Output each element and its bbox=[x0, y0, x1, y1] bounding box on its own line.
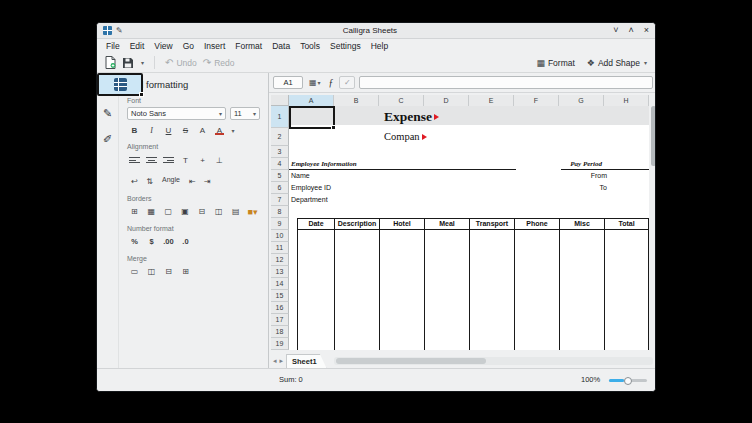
zoom-slider-handle[interactable] bbox=[624, 377, 632, 385]
employee-id-label[interactable]: Employee ID bbox=[291, 182, 331, 194]
bold-button[interactable]: B bbox=[127, 123, 142, 137]
border-bottom-button[interactable]: ▤ bbox=[228, 205, 243, 219]
valign-bottom-button[interactable]: ⊥ bbox=[212, 153, 227, 167]
indent-decrease-button[interactable]: ⇤ bbox=[185, 175, 200, 189]
cell-E19[interactable] bbox=[469, 124, 514, 125]
cell-B19[interactable] bbox=[334, 124, 379, 125]
increase-precision-button[interactable]: .00 bbox=[161, 235, 176, 249]
format-button[interactable]: ▦ Format bbox=[536, 58, 574, 68]
vertical-scrollbar[interactable] bbox=[650, 95, 656, 350]
row-header-17[interactable]: 17 bbox=[271, 314, 289, 326]
from-label[interactable]: From bbox=[557, 170, 607, 182]
font-color-button[interactable]: A bbox=[212, 123, 227, 137]
menu-view[interactable]: View bbox=[149, 39, 177, 53]
shape-edit-tool-button[interactable]: ✐ bbox=[98, 129, 118, 149]
align-center-icon[interactable] bbox=[144, 153, 159, 167]
redo-button[interactable]: ↷ Redo bbox=[203, 57, 235, 68]
column-header-F[interactable]: F bbox=[514, 95, 559, 106]
merge-vertical-button[interactable]: ⊟ bbox=[161, 265, 176, 279]
merge-cells-button[interactable]: ▭ bbox=[127, 265, 142, 279]
calligraphy-tool-button[interactable]: ✎ bbox=[98, 103, 118, 123]
cell-G19[interactable] bbox=[559, 124, 604, 125]
save-dropdown-icon[interactable]: ▾ bbox=[141, 59, 144, 66]
menu-help[interactable]: Help bbox=[366, 39, 393, 53]
row-header-10[interactable]: 10 bbox=[271, 230, 289, 242]
row-header-19[interactable]: 19 bbox=[271, 338, 289, 350]
row-header-5[interactable]: 5 bbox=[271, 170, 289, 182]
unmerge-button[interactable]: ⊞ bbox=[178, 265, 193, 279]
row-header-8[interactable]: 8 bbox=[271, 206, 289, 218]
strikethrough-button[interactable]: S bbox=[178, 123, 193, 137]
sheet-title-cell[interactable]: Expense bbox=[384, 106, 439, 128]
save-button[interactable] bbox=[122, 57, 134, 69]
font-size-select[interactable]: 11 ▾ bbox=[230, 107, 260, 120]
previous-sheet-button[interactable]: ◂ bbox=[273, 356, 277, 366]
row-header-16[interactable]: 16 bbox=[271, 302, 289, 314]
font-family-select[interactable]: Noto Sans ▾ bbox=[127, 107, 226, 120]
formula-input[interactable] bbox=[359, 76, 653, 89]
menu-tools[interactable]: Tools bbox=[295, 39, 325, 53]
close-button[interactable]: × bbox=[644, 26, 649, 35]
currency-format-button[interactable]: $ bbox=[144, 235, 159, 249]
row-header-7[interactable]: 7 bbox=[271, 194, 289, 206]
superscript-button[interactable]: A bbox=[195, 123, 210, 137]
row-header-6[interactable]: 6 bbox=[271, 182, 289, 194]
indent-increase-button[interactable]: ⇥ bbox=[200, 175, 215, 189]
column-header-D[interactable]: D bbox=[424, 95, 469, 106]
titlebar[interactable]: ✎ Calligra Sheets ˅˄× bbox=[97, 23, 655, 39]
column-header-E[interactable]: E bbox=[469, 95, 514, 106]
menu-file[interactable]: File bbox=[101, 39, 125, 53]
border-vertical-button[interactable]: ◫ bbox=[211, 205, 226, 219]
grid[interactable]: Expense Compan Employee Information Pay … bbox=[289, 106, 649, 350]
zoom-slider[interactable] bbox=[609, 379, 647, 382]
border-horizontal-button[interactable]: ⊟ bbox=[195, 205, 210, 219]
wrap-text-button[interactable]: ↩ bbox=[127, 175, 142, 189]
column-header-G[interactable]: G bbox=[559, 95, 604, 106]
row-header-4[interactable]: 4 bbox=[271, 158, 289, 170]
row-header-1[interactable]: 1 bbox=[271, 106, 289, 128]
border-none-button[interactable]: ▢ bbox=[161, 205, 176, 219]
row-header-2[interactable]: 2 bbox=[271, 128, 289, 146]
row-header-18[interactable]: 18 bbox=[271, 326, 289, 338]
sheet-subtitle-cell[interactable]: Compan bbox=[384, 128, 427, 146]
add-shape-button[interactable]: ❖ Add Shape ▾ bbox=[587, 58, 647, 68]
valign-top-button[interactable]: T bbox=[178, 153, 193, 167]
named-range-button[interactable]: ▦ ▾ bbox=[307, 76, 323, 89]
horizontal-scrollbar-thumb[interactable] bbox=[336, 358, 486, 364]
border-color-button[interactable]: ■▾ bbox=[245, 205, 260, 219]
vertical-text-button[interactable]: ⇅ bbox=[142, 175, 157, 189]
row-header-12[interactable]: 12 bbox=[271, 254, 289, 266]
merge-horizontal-button[interactable]: ◫ bbox=[144, 265, 159, 279]
next-sheet-button[interactable]: ▸ bbox=[280, 356, 284, 366]
select-all-corner[interactable] bbox=[271, 95, 289, 106]
cell-reference-box[interactable]: A1 bbox=[273, 76, 303, 89]
menu-insert[interactable]: Insert bbox=[199, 39, 230, 53]
align-right-icon[interactable] bbox=[161, 153, 176, 167]
row-header-13[interactable]: 13 bbox=[271, 266, 289, 278]
minimize-button[interactable]: ˅ bbox=[613, 26, 618, 35]
column-header-A[interactable]: A bbox=[289, 95, 334, 106]
row-header-3[interactable]: 3 bbox=[271, 146, 289, 158]
menu-edit[interactable]: Edit bbox=[125, 39, 150, 53]
column-header-H[interactable]: H bbox=[604, 95, 649, 106]
valign-middle-button[interactable]: + bbox=[195, 153, 210, 167]
vertical-scrollbar-thumb[interactable] bbox=[651, 106, 656, 166]
menu-settings[interactable]: Settings bbox=[325, 39, 366, 53]
horizontal-scrollbar[interactable] bbox=[334, 357, 653, 365]
border-inner-button[interactable]: ▦ bbox=[144, 205, 159, 219]
cell-H19[interactable] bbox=[604, 124, 649, 125]
border-outline-button[interactable]: ▣ bbox=[178, 205, 193, 219]
underline-button[interactable]: U bbox=[161, 123, 176, 137]
maximize-button[interactable]: ˄ bbox=[628, 26, 633, 35]
border-all-button[interactable]: ⊞ bbox=[127, 205, 142, 219]
cell-F19[interactable] bbox=[514, 124, 559, 125]
column-header-C[interactable]: C bbox=[379, 95, 424, 106]
row-header-9[interactable]: 9 bbox=[271, 218, 289, 230]
row-header-11[interactable]: 11 bbox=[271, 242, 289, 254]
to-label[interactable]: To bbox=[557, 182, 607, 194]
align-left-icon[interactable] bbox=[127, 153, 142, 167]
cell-format-tool-button[interactable] bbox=[97, 73, 143, 96]
department-label[interactable]: Department bbox=[291, 194, 328, 206]
menu-format[interactable]: Format bbox=[230, 39, 267, 53]
menu-go[interactable]: Go bbox=[178, 39, 199, 53]
